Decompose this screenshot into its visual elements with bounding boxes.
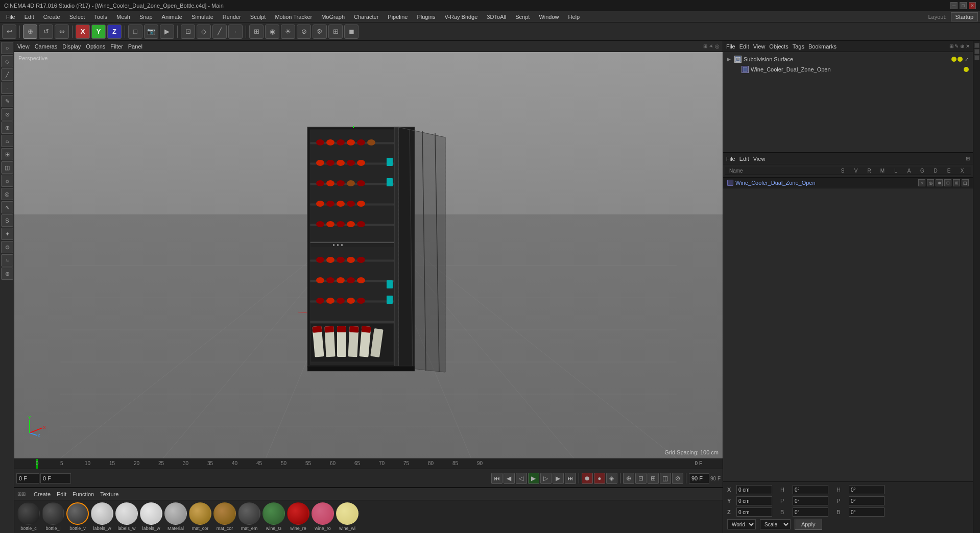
- menu-tools[interactable]: Tools: [90, 13, 111, 21]
- settings-button[interactable]: ⚙: [313, 25, 327, 39]
- mat-menu-texture[interactable]: Texture: [100, 491, 118, 497]
- material-item-labels-w3[interactable]: labels_w: [140, 502, 162, 531]
- menu-vray[interactable]: V-Ray Bridge: [441, 13, 482, 21]
- material-item-wine-wi[interactable]: wine_wi: [336, 502, 358, 531]
- coord-size-h-input[interactable]: [849, 485, 885, 494]
- camera-left-tool[interactable]: ◫: [1, 161, 13, 174]
- attr-menu-file[interactable]: File: [726, 156, 735, 162]
- material-item-wine-ro[interactable]: wine_ro: [312, 502, 334, 531]
- texture-button[interactable]: ⊘: [297, 25, 311, 39]
- undo-button[interactable]: ↩: [2, 25, 16, 39]
- light-left-tool[interactable]: ☼: [1, 175, 13, 187]
- auto-key-button[interactable]: ●: [594, 473, 605, 484]
- key-select-button[interactable]: ◈: [606, 473, 617, 484]
- obj-menu-tags[interactable]: Tags: [793, 43, 804, 50]
- menu-mograph[interactable]: MoGraph: [317, 13, 349, 21]
- snap-timeline-button[interactable]: ⊞: [648, 473, 659, 484]
- attr-flag-4[interactable]: ⊡: [944, 179, 951, 186]
- rotate-tool-button[interactable]: ↺: [39, 25, 53, 39]
- polygon-mode-button[interactable]: ◇: [197, 25, 211, 39]
- frame-display[interactable]: [40, 473, 71, 483]
- y-axis-button[interactable]: Y: [91, 25, 106, 39]
- motion-clip-button[interactable]: ◫: [660, 473, 671, 484]
- menu-3dtoall[interactable]: 3DToAll: [483, 13, 510, 21]
- bend-tool[interactable]: ∿: [1, 201, 13, 213]
- vp-menu-display[interactable]: Display: [62, 43, 81, 50]
- step-back-button[interactable]: ◁: [516, 473, 527, 484]
- coord-h-input[interactable]: [793, 485, 828, 494]
- attr-flag-6[interactable]: ◫: [962, 179, 969, 186]
- menu-render[interactable]: Render: [219, 13, 245, 21]
- point-mode-button[interactable]: ·: [228, 25, 243, 39]
- object-tool[interactable]: ○: [1, 42, 13, 54]
- obj-subdivision-surface[interactable]: ▶ Subdivision Surface ✓: [725, 54, 971, 64]
- menu-motion-tracker[interactable]: Motion Tracker: [271, 13, 316, 21]
- close-button[interactable]: ✕: [969, 2, 976, 9]
- xpresso-tool[interactable]: ⊗: [1, 268, 13, 280]
- material-left-tool[interactable]: ◎: [1, 188, 13, 200]
- material-item-bottle-c[interactable]: bottle_c: [17, 502, 40, 531]
- point-tool[interactable]: ·: [1, 82, 13, 94]
- layout-selector[interactable]: Startup: [951, 12, 978, 21]
- skip-end-button[interactable]: ⏭: [565, 473, 576, 484]
- menu-window[interactable]: Window: [535, 13, 563, 21]
- attr-menu-view[interactable]: View: [753, 156, 766, 162]
- polygon-tool[interactable]: ◇: [1, 55, 13, 67]
- obj-menu-edit[interactable]: Edit: [739, 43, 749, 50]
- menu-sculpt[interactable]: Sculpt: [246, 13, 270, 21]
- obj-menu-bookmarks[interactable]: Bookmarks: [808, 43, 836, 50]
- strip-btn-2[interactable]: [974, 49, 979, 54]
- menu-mesh[interactable]: Mesh: [112, 13, 134, 21]
- grid-button[interactable]: ⊞: [328, 25, 343, 39]
- record-button[interactable]: ⏺: [582, 473, 593, 484]
- material-item-labels-w2[interactable]: labels_w: [115, 502, 138, 531]
- skip-start-button[interactable]: ⏮: [491, 473, 503, 484]
- display-button[interactable]: ◼: [344, 25, 358, 39]
- sculpt-tool[interactable]: ⊙: [1, 108, 13, 120]
- render-button[interactable]: ▶: [160, 25, 174, 39]
- camera-button[interactable]: 📷: [144, 25, 158, 39]
- x-axis-button[interactable]: X: [76, 25, 90, 39]
- attr-object-row[interactable]: Wine_Cooler_Dual_Zone_Open ○ ◎ ⊕ ⊡ ⊞ ◫: [723, 178, 973, 188]
- coord-b-input[interactable]: [793, 507, 828, 517]
- preview-button[interactable]: ⊕: [623, 473, 634, 484]
- menu-create[interactable]: Create: [39, 13, 64, 21]
- edge-tool[interactable]: ╱: [1, 68, 13, 81]
- z-axis-button[interactable]: Z: [107, 25, 122, 39]
- coord-size-p-input[interactable]: [849, 496, 885, 505]
- material-item-bottle-l[interactable]: bottle_l: [42, 502, 64, 531]
- strip-btn-3[interactable]: [974, 55, 979, 60]
- spline-tool[interactable]: S: [1, 214, 13, 227]
- select-mode-button[interactable]: ⊡: [181, 25, 195, 39]
- mat-menu-edit[interactable]: Edit: [57, 491, 66, 497]
- menu-file[interactable]: File: [2, 13, 19, 21]
- timeline-settings-button[interactable]: ⊘: [672, 473, 683, 484]
- attr-flag-3[interactable]: ⊕: [936, 179, 943, 186]
- obj-dot-editor[interactable]: [951, 57, 957, 62]
- menu-pipeline[interactable]: Pipeline: [384, 13, 412, 21]
- mograph-tool[interactable]: ⊕: [1, 122, 13, 134]
- material-item-mat-cor1[interactable]: mat_cor: [189, 502, 211, 531]
- material-item-labels-w1[interactable]: labels_w: [91, 502, 113, 531]
- coord-x-input[interactable]: [736, 485, 772, 494]
- snap-button[interactable]: ⊞: [249, 25, 264, 39]
- vp-menu-options[interactable]: Options: [86, 43, 105, 50]
- menu-snap[interactable]: Snap: [135, 13, 157, 21]
- light-button[interactable]: ☀: [281, 25, 295, 39]
- hair-tool[interactable]: ≈: [1, 254, 13, 266]
- menu-plugins[interactable]: Plugins: [413, 13, 439, 21]
- end-frame-input[interactable]: [689, 473, 709, 483]
- material-item-wine-re[interactable]: wine_re: [287, 502, 309, 531]
- vp-menu-view[interactable]: View: [17, 43, 30, 50]
- play-forward-button[interactable]: ▶: [553, 473, 564, 484]
- attr-menu-edit[interactable]: Edit: [739, 156, 749, 162]
- vp-menu-cameras[interactable]: Cameras: [35, 43, 58, 50]
- obj-menu-file[interactable]: File: [726, 43, 735, 50]
- strip-btn-1[interactable]: [974, 43, 979, 48]
- attr-flag-5[interactable]: ⊞: [953, 179, 960, 186]
- menu-animate[interactable]: Animate: [158, 13, 186, 21]
- menu-script[interactable]: Script: [511, 13, 534, 21]
- maximize-button[interactable]: □: [960, 2, 967, 9]
- apply-button[interactable]: Apply: [795, 519, 822, 530]
- menu-select[interactable]: Select: [65, 13, 89, 21]
